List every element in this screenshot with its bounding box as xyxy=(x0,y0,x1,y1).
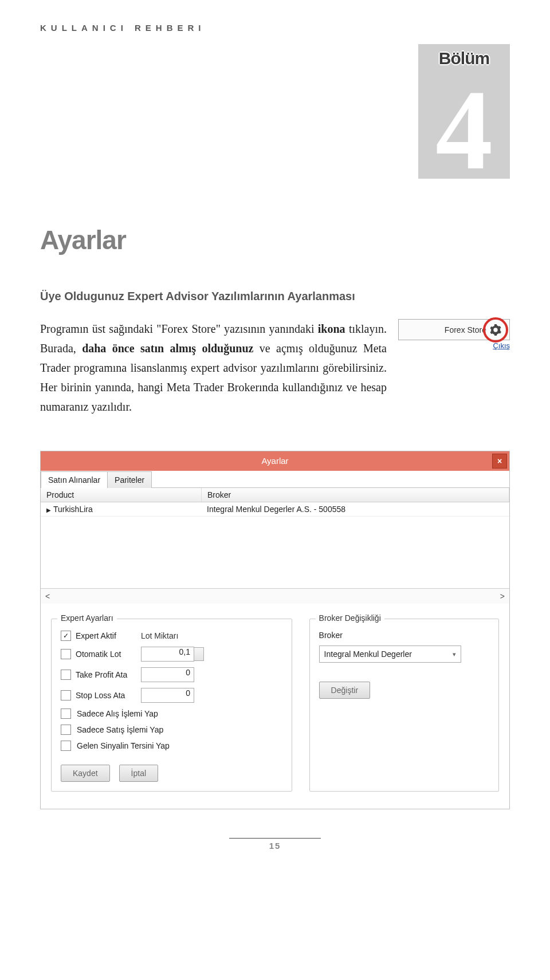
cell-product: TurkishLira xyxy=(41,502,201,516)
grid-body: TurkishLira Integral Menkul Degerler A.S… xyxy=(41,502,509,588)
checkbox-otomatik-lot[interactable] xyxy=(61,649,71,659)
checkbox-ters-sinyal[interactable] xyxy=(61,741,71,751)
label-expert-aktif: Expert Aktif xyxy=(76,631,116,640)
body-text-frag: Programın üst sağındaki "Forex Store" ya… xyxy=(40,322,318,335)
broker-select-value: Integral Menkul Degerler xyxy=(324,650,412,659)
column-product: Product xyxy=(41,488,202,502)
input-take-profit[interactable]: 0 xyxy=(141,667,194,682)
header-running-title: KULLANICI REHBERI xyxy=(40,23,510,33)
cell-product-text: TurkishLira xyxy=(53,505,93,514)
input-lot-value: 0,1 xyxy=(179,647,190,656)
input-stop-loss[interactable]: 0 xyxy=(141,688,194,703)
body-paragraph: Programın üst sağındaki "Forex Store" ya… xyxy=(40,319,387,416)
forex-store-screenshot: Forex Store Çıkış xyxy=(398,308,510,350)
broker-change-panel: Broker Değişikliği Broker Integral Menku… xyxy=(309,619,499,792)
checkbox-expert-aktif[interactable] xyxy=(61,631,71,641)
subheading: Üye Oldugunuz Expert Advisor Yazılımları… xyxy=(40,290,510,303)
expert-settings-panel: Expert Ayarları Expert Aktif Lot Miktarı… xyxy=(51,619,292,792)
settings-dialog: Ayarlar × Satın Alınanlar Pariteler Prod… xyxy=(40,451,510,809)
dialog-title: Ayarlar × xyxy=(41,451,509,471)
spinner-icon[interactable] xyxy=(194,647,204,661)
chapter-number: 4 xyxy=(418,73,510,187)
column-broker: Broker xyxy=(202,488,509,502)
change-button[interactable]: Değiştir xyxy=(319,682,370,699)
panel-title-expert: Expert Ayarları xyxy=(57,613,117,623)
body-text-bold: ikona xyxy=(318,322,345,335)
broker-select[interactable]: Integral Menkul Degerler ▾ xyxy=(319,646,461,663)
label-lot-miktari: Lot Miktarı xyxy=(141,631,187,640)
gear-icon xyxy=(489,324,502,336)
checkbox-take-profit[interactable] xyxy=(61,670,71,680)
panel-title-broker: Broker Değişikliği xyxy=(316,613,384,623)
label-take-profit: Take Profit Ata xyxy=(76,670,127,679)
forex-store-label: Forex Store xyxy=(445,325,486,334)
horizontal-scrollbar[interactable]: < > xyxy=(41,588,509,604)
settings-gear-icon-highlight[interactable] xyxy=(483,317,508,343)
save-button[interactable]: Kaydet xyxy=(61,765,110,782)
label-ters-sinyal: Gelen Sinyalin Tersini Yap xyxy=(77,741,170,750)
cancel-button[interactable]: İptal xyxy=(119,765,158,782)
close-icon[interactable]: × xyxy=(492,454,507,469)
body-text-bold: daha önce satın almış olduğunuz xyxy=(82,342,253,355)
checkbox-sadece-alis[interactable] xyxy=(61,709,71,719)
tab-satin-alinanlar[interactable]: Satın Alınanlar xyxy=(41,471,108,488)
label-sadece-alis: Sadece Alış İşlemi Yap xyxy=(77,709,158,718)
scroll-left-icon[interactable]: < xyxy=(45,592,50,601)
tabs-row: Satın Alınanlar Pariteler xyxy=(41,471,509,488)
forex-store-button-row: Forex Store xyxy=(398,319,510,340)
grid-header: Product Broker xyxy=(41,488,509,502)
label-sadece-satis: Sadece Satış İşlemi Yap xyxy=(77,725,163,734)
label-stop-loss: Stop Loss Ata xyxy=(76,691,125,700)
checkbox-sadece-satis[interactable] xyxy=(61,725,71,735)
logout-link[interactable]: Çıkış xyxy=(398,341,510,350)
chapter-box: Bölüm 4 xyxy=(40,44,510,179)
chapter-label: Bölüm xyxy=(418,49,510,68)
row-pointer-icon xyxy=(46,505,53,514)
input-lot[interactable]: 0,1 xyxy=(141,647,194,662)
checkbox-stop-loss[interactable] xyxy=(61,690,71,700)
table-row[interactable]: TurkishLira Integral Menkul Degerler A.S… xyxy=(41,502,509,517)
label-broker: Broker xyxy=(319,631,489,640)
page-number: 15 xyxy=(229,838,321,851)
label-otomatik-lot: Otomatik Lot xyxy=(76,650,121,659)
dialog-title-text: Ayarlar xyxy=(261,456,288,466)
cell-broker: Integral Menkul Degerler A.S. - 500558 xyxy=(201,502,509,516)
chevron-down-icon: ▾ xyxy=(453,651,456,658)
scroll-right-icon[interactable]: > xyxy=(500,592,505,601)
tab-pariteler[interactable]: Pariteler xyxy=(107,471,152,488)
page-title: Ayarlar xyxy=(40,225,510,255)
